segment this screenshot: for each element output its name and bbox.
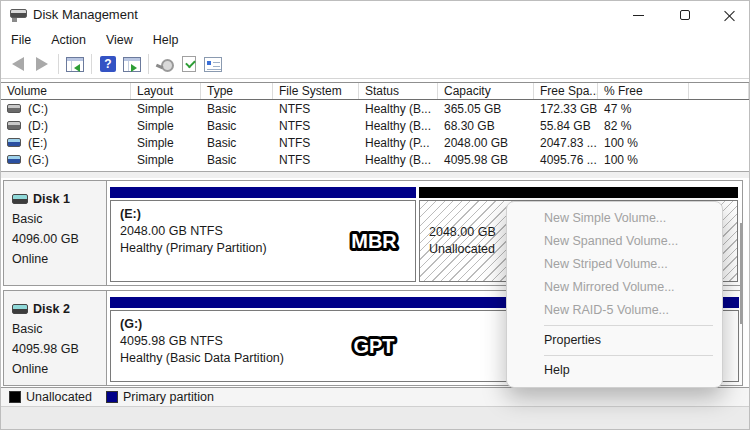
legend-primary-label: Primary partition — [123, 390, 214, 404]
vertical-scrollbar[interactable] — [740, 223, 743, 324]
primary-partition-swatch — [106, 391, 118, 403]
disk-size: 4095.98 GB — [12, 339, 106, 359]
volume-capacity: 4095.98 GB — [438, 151, 534, 168]
volume-fs: NTFS — [273, 117, 359, 134]
volume-free: 172.33 GB — [534, 100, 598, 117]
menu-view[interactable]: View — [96, 33, 143, 47]
toolbar-separator — [91, 54, 92, 74]
column-header-filler — [689, 83, 749, 99]
unallocated-swatch — [9, 391, 21, 403]
toolbar-separator — [148, 54, 149, 74]
help-icon — [100, 56, 116, 72]
volume-free: 2047.83 ... — [534, 134, 598, 151]
checklist-icon — [182, 56, 196, 72]
gpt-annotation: GPT — [343, 331, 405, 361]
volume-type: Basic — [201, 117, 273, 134]
menu-bar: File Action View Help — [1, 29, 749, 50]
volume-name: (E:) — [28, 136, 47, 150]
volume-list-pane: Volume Layout Type File System Status Ca… — [1, 82, 749, 171]
disk-name: Disk 2 — [33, 299, 70, 319]
disk2-label[interactable]: Disk 2 Basic 4095.98 GB Online — [4, 291, 107, 385]
volume-fs: NTFS — [273, 100, 359, 117]
menu-help[interactable]: Help — [143, 33, 189, 47]
drive-icon — [7, 121, 21, 130]
column-header-file-system[interactable]: File System — [273, 83, 359, 99]
maximize-button[interactable] — [663, 1, 707, 29]
svg-text:GPT: GPT — [353, 335, 394, 357]
column-header-pct-free[interactable]: % Free — [598, 83, 689, 99]
menu-item-help[interactable]: Help — [507, 359, 722, 382]
toolbar-separator — [58, 54, 59, 74]
menu-item-new-simple-volume: New Simple Volume... — [507, 207, 722, 230]
volume-fs: NTFS — [273, 134, 359, 151]
maximize-icon — [680, 10, 690, 20]
minimize-icon — [633, 15, 644, 16]
forward-arrow-icon — [36, 57, 48, 71]
properties-button[interactable] — [201, 52, 225, 76]
column-header-capacity[interactable]: Capacity — [438, 83, 534, 99]
minimize-button[interactable] — [616, 1, 660, 29]
column-header-status[interactable]: Status — [359, 83, 438, 99]
volume-layout: Simple — [131, 100, 201, 117]
disk-icon — [12, 304, 28, 314]
legend-unallocated-label: Unallocated — [26, 390, 92, 404]
disk-size: 4096.00 GB — [12, 229, 106, 249]
unallocated-bar — [419, 187, 738, 198]
volume-name: (G:) — [28, 153, 49, 167]
disk1-label[interactable]: Disk 1 Basic 4096.00 GB Online — [4, 181, 107, 285]
volume-name: (D:) — [28, 119, 48, 133]
disk-status: Online — [12, 249, 106, 269]
forward-button[interactable] — [30, 52, 54, 76]
menu-separator — [544, 355, 713, 356]
rescan-button[interactable] — [153, 52, 177, 76]
disk-type: Basic — [12, 209, 106, 229]
volume-pct-free: 47 % — [598, 100, 689, 117]
close-button[interactable] — [707, 1, 750, 29]
pane-splitter[interactable] — [1, 171, 749, 178]
volume-layout: Simple — [131, 151, 201, 168]
column-header-free-space[interactable]: Free Spa... — [534, 83, 598, 99]
menu-item-new-mirrored-volume: New Mirrored Volume... — [507, 276, 722, 299]
volume-table-header: Volume Layout Type File System Status Ca… — [1, 83, 749, 100]
volume-layout: Simple — [131, 134, 201, 151]
menu-item-properties[interactable]: Properties — [507, 329, 722, 352]
help-button[interactable] — [96, 52, 120, 76]
disk-icon — [12, 194, 28, 204]
back-arrow-icon — [12, 57, 24, 71]
column-header-type[interactable]: Type — [201, 83, 273, 99]
action-pane-icon — [123, 57, 141, 72]
volume-row-g[interactable]: (G:) Simple Basic NTFS Healthy (B... 409… — [1, 151, 749, 168]
volume-type: Basic — [201, 134, 273, 151]
column-header-layout[interactable]: Layout — [131, 83, 201, 99]
menu-action[interactable]: Action — [41, 33, 96, 47]
console-tree-button[interactable] — [63, 52, 87, 76]
check-button[interactable] — [177, 52, 201, 76]
volume-fs: NTFS — [273, 151, 359, 168]
menu-separator — [544, 325, 713, 326]
volume-status: Healthy (P... — [359, 134, 438, 151]
partition-name: (E:) — [120, 206, 406, 223]
volume-type: Basic — [201, 151, 273, 168]
menu-item-new-striped-volume: New Striped Volume... — [507, 253, 722, 276]
volume-status: Healthy (B... — [359, 151, 438, 168]
volume-free: 4095.76 ... — [534, 151, 598, 168]
volume-row-e[interactable]: (E:) Simple Basic NTFS Healthy (P... 204… — [1, 134, 749, 151]
volume-pct-free: 82 % — [598, 117, 689, 134]
volume-row-c[interactable]: (C:) Simple Basic NTFS Healthy (B... 365… — [1, 100, 749, 117]
legend-bar: Unallocated Primary partition — [1, 387, 749, 406]
volume-status: Healthy (B... — [359, 100, 438, 117]
menu-item-new-raid5-volume: New RAID-5 Volume... — [507, 299, 722, 322]
back-button[interactable] — [6, 52, 30, 76]
volume-type: Basic — [201, 100, 273, 117]
properties-icon — [204, 57, 222, 72]
action-pane-button[interactable] — [120, 52, 144, 76]
disk-type: Basic — [12, 319, 106, 339]
toolbar — [1, 50, 749, 79]
drive-icon — [7, 155, 21, 164]
disk-name: Disk 1 — [33, 189, 70, 209]
column-header-volume[interactable]: Volume — [1, 83, 131, 99]
volume-row-d[interactable]: (D:) Simple Basic NTFS Healthy (B... 68.… — [1, 117, 749, 134]
primary-partition-bar — [110, 187, 416, 198]
partition-e[interactable]: (E:) 2048.00 GB NTFS Healthy (Primary Pa… — [110, 187, 416, 282]
menu-file[interactable]: File — [1, 33, 41, 47]
